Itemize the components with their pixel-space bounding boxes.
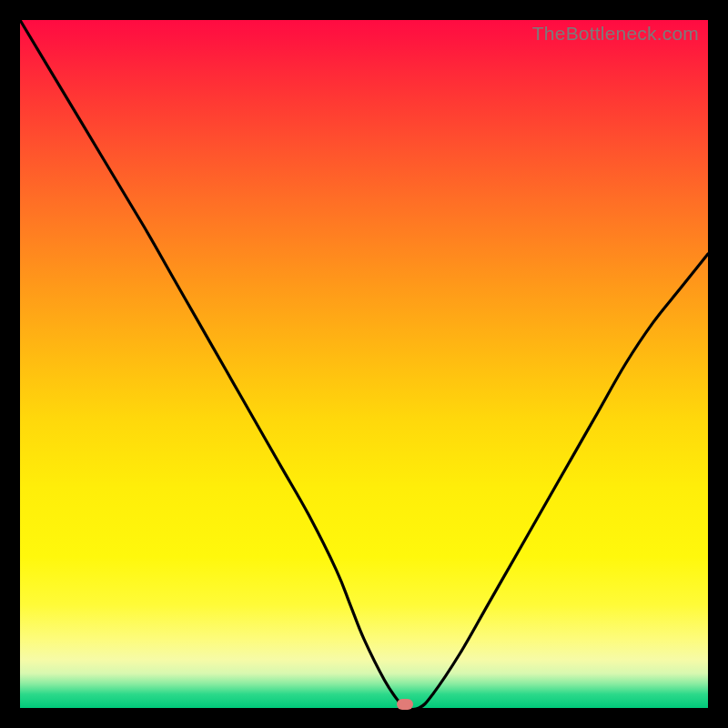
bottleneck-curve: [20, 20, 708, 708]
plot-area: TheBottleneck.com: [20, 20, 708, 708]
minimum-marker: [397, 699, 413, 710]
chart-frame: TheBottleneck.com: [0, 0, 728, 728]
